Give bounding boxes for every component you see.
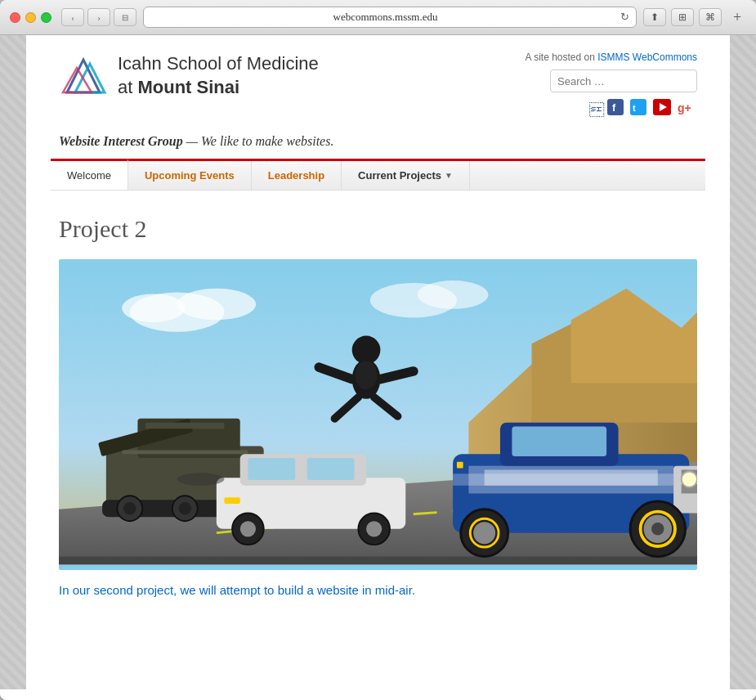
nav-item-leadership[interactable]: Leadership xyxy=(252,161,342,190)
url-display: webcommons.mssm.edu xyxy=(150,11,620,24)
svg-point-30 xyxy=(179,502,191,514)
svg-text:t: t xyxy=(633,103,636,113)
nav-item-welcome[interactable]: Welcome xyxy=(51,159,128,190)
close-button[interactable] xyxy=(10,12,20,23)
nav-label-welcome: Welcome xyxy=(67,169,111,182)
svg-point-40 xyxy=(240,521,256,536)
right-border-pattern xyxy=(730,35,756,689)
svg-rect-34 xyxy=(145,423,224,429)
logo-area: Icahn School of Medicine at Mount Sinai xyxy=(59,52,319,101)
hosted-prefix: A site hosted on xyxy=(525,52,597,63)
svg-rect-68 xyxy=(457,462,463,469)
school-name-line1: Icahn School of Medicine xyxy=(118,52,319,76)
share-button[interactable]: ⬆ xyxy=(643,8,666,26)
nav-label-upcoming-events: Upcoming Events xyxy=(145,169,235,182)
browser-titlebar: ‹ › ⊟ webcommons.mssm.edu ↻ ⬆ ⊞ ⌘ + xyxy=(0,0,756,35)
tagline: Website Interest Group — We like to make… xyxy=(59,134,333,148)
page-main-content: Project 2 xyxy=(26,191,730,621)
svg-point-12 xyxy=(177,289,256,321)
site-logo xyxy=(59,52,108,101)
svg-point-28 xyxy=(123,502,136,514)
address-bar-container[interactable]: webcommons.mssm.edu ↻ xyxy=(143,7,637,28)
featured-image xyxy=(59,259,697,570)
browser-window: ‹ › ⊟ webcommons.mssm.edu ↻ ⬆ ⊞ ⌘ + xyxy=(0,0,756,700)
hosted-info: A site hosted on ISMMS WebCommons xyxy=(525,52,697,63)
svg-point-63 xyxy=(651,523,664,535)
nav-label-current-projects: Current Projects xyxy=(358,169,441,182)
nav-item-current-projects[interactable]: Current Projects ▼ xyxy=(342,161,470,190)
svg-point-46 xyxy=(352,336,381,365)
maximize-button[interactable] xyxy=(41,12,51,23)
school-name-line2: at Mount Sinai xyxy=(118,76,319,100)
svg-rect-22 xyxy=(59,557,697,565)
svg-text:f: f xyxy=(612,101,616,114)
hosted-link[interactable]: ISMMS WebCommons xyxy=(597,52,697,63)
left-border-pattern xyxy=(0,35,26,689)
header-right: A site hosted on ISMMS WebCommons  f t xyxy=(525,52,697,119)
minimize-button[interactable] xyxy=(25,12,36,23)
page-title: Project 2 xyxy=(59,215,697,243)
svg-rect-69 xyxy=(453,473,673,485)
youtube-icon[interactable] xyxy=(653,99,671,119)
twitter-icon[interactable]: t xyxy=(630,99,646,119)
tagline-rest-text: — We like to make websites. xyxy=(186,134,334,148)
new-tab-button[interactable]: + xyxy=(728,8,746,26)
svg-point-15 xyxy=(418,280,489,309)
forward-button[interactable]: › xyxy=(87,8,110,26)
reading-list-button[interactable]: ⊞ xyxy=(671,8,694,26)
svg-rect-43 xyxy=(224,497,239,504)
facebook-icon[interactable]:  f xyxy=(589,99,624,119)
refresh-button[interactable]: ↻ xyxy=(620,11,629,24)
tagline-bar: Website Interest Group — We like to make… xyxy=(26,128,730,159)
dropdown-arrow-icon: ▼ xyxy=(445,171,453,180)
svg-text:g+: g+ xyxy=(678,101,691,114)
site-name: Icahn School of Medicine at Mount Sinai xyxy=(118,52,319,99)
svg-rect-37 xyxy=(248,458,295,480)
social-icons:  f t g+ xyxy=(589,99,698,119)
svg-point-44 xyxy=(177,473,225,485)
sidebar-toggle-button[interactable]: ⊟ xyxy=(114,8,136,26)
svg-rect-33 xyxy=(122,450,248,454)
googleplus-icon[interactable]: g+ xyxy=(678,99,697,119)
svg-point-65 xyxy=(473,522,495,544)
page-outer: Icahn School of Medicine at Mount Sinai … xyxy=(0,35,756,689)
article-caption: In our second project, we will attempt t… xyxy=(59,583,697,597)
svg-point-60 xyxy=(682,471,697,487)
svg-point-13 xyxy=(122,294,185,322)
window-controls xyxy=(10,12,51,23)
action-scene-illustration xyxy=(59,259,697,570)
svg-point-51 xyxy=(356,361,378,389)
school-name-text: Icahn School of Medicine xyxy=(118,53,319,74)
svg-rect-38 xyxy=(307,458,355,480)
browser-nav: ‹ › ⊟ xyxy=(61,8,136,26)
search-input[interactable] xyxy=(550,70,697,92)
site-header: Icahn School of Medicine at Mount Sinai … xyxy=(26,35,730,128)
school-name-bold: Mount Sinai xyxy=(137,77,239,97)
navigation-bar: Welcome Upcoming Events Leadership Curre… xyxy=(51,159,705,191)
nav-item-upcoming-events[interactable]: Upcoming Events xyxy=(128,161,252,190)
browser-actions: ⬆ ⊞ ⌘ xyxy=(643,8,722,26)
tagline-bold-text: Website Interest Group xyxy=(59,134,183,148)
svg-point-42 xyxy=(366,521,382,536)
extensions-button[interactable]: ⌘ xyxy=(699,8,722,26)
nav-label-leadership: Leadership xyxy=(268,169,324,182)
main-content-area: Icahn School of Medicine at Mount Sinai … xyxy=(26,35,730,689)
back-button[interactable]: ‹ xyxy=(61,8,84,26)
school-name-at: at xyxy=(118,77,137,97)
svg-rect-56 xyxy=(512,426,606,456)
browser-content: Icahn School of Medicine at Mount Sinai … xyxy=(0,35,756,700)
